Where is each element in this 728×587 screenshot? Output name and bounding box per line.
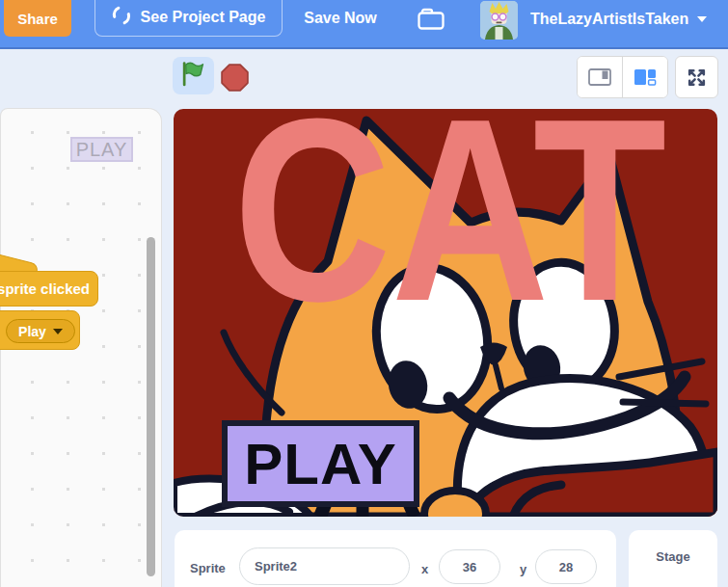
sprite-info-panel: Sprite x y (175, 530, 616, 587)
caret-down-icon (53, 329, 63, 334)
code-area-scrollbar[interactable] (147, 237, 155, 576)
stage-canvas: CAT PLAY (174, 109, 717, 517)
small-stage-button[interactable] (578, 57, 622, 97)
sprite-name-input[interactable] (239, 547, 410, 585)
stage-selector-panel[interactable]: Stage (629, 530, 717, 587)
sprite-watermark: PLAY (70, 137, 133, 162)
scratch-editor: Share See Project Page Save Now (0, 0, 728, 587)
expand-arrows-icon (687, 67, 707, 88)
broadcast-dropdown[interactable]: Play (6, 319, 75, 343)
small-stage-layout-icon (588, 68, 611, 86)
stage-heading-text: CAT (233, 109, 666, 340)
see-project-page-button[interactable]: See Project Page (94, 0, 283, 37)
see-project-page-label: See Project Page (141, 9, 266, 26)
cat-paw (424, 491, 486, 517)
stage-size-toggle (577, 56, 668, 98)
sprite-label: Sprite (190, 561, 226, 575)
stop-button[interactable] (221, 64, 249, 92)
x-label: x (421, 562, 428, 576)
user-avatar[interactable] (480, 1, 518, 40)
save-now-button[interactable]: Save Now (299, 0, 382, 37)
file-menu-button[interactable] (415, 7, 447, 34)
account-menu[interactable]: TheLazyArtistIsTaken (530, 0, 707, 39)
green-flag-button[interactable] (173, 57, 214, 94)
folder-icon (417, 7, 445, 35)
y-position-input[interactable] (535, 549, 597, 584)
broadcast-dropdown-value: Play (18, 324, 46, 339)
fullscreen-button[interactable] (675, 56, 718, 98)
when-sprite-clicked-block[interactable]: sprite clicked (0, 271, 98, 307)
caret-down-icon (697, 16, 707, 22)
y-label: y (520, 562, 526, 576)
large-stage-layout-icon (634, 68, 657, 86)
green-flag-icon (180, 61, 206, 91)
cat-whisker-right-2 (623, 402, 706, 404)
share-button[interactable]: Share (4, 0, 71, 37)
username-label: TheLazyArtistIsTaken (530, 11, 688, 28)
broadcast-block[interactable]: Play (0, 310, 80, 350)
stage-play-button-sprite[interactable]: PLAY (222, 420, 419, 507)
see-inside-arcs-icon (112, 6, 131, 29)
large-stage-button[interactable] (622, 57, 667, 97)
stop-octagon-icon (221, 64, 249, 92)
stage-selector-label: Stage (656, 549, 689, 564)
x-position-input[interactable] (439, 549, 500, 584)
